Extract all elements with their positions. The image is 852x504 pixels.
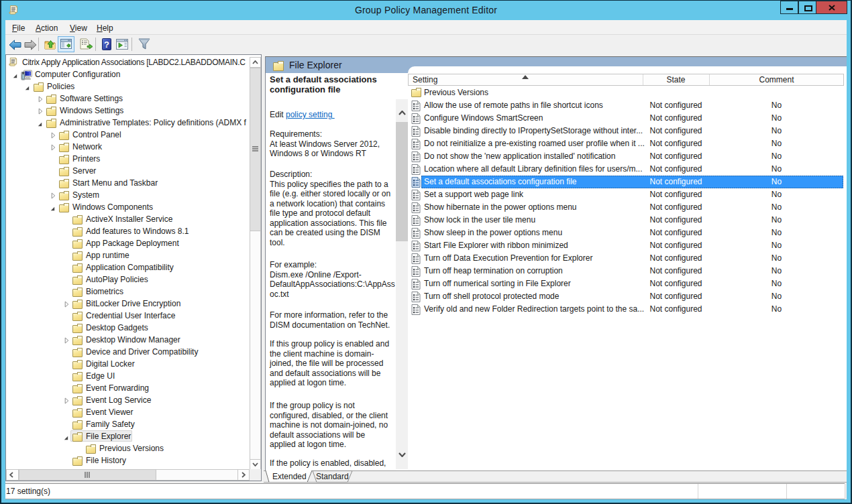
svg-text:?: ? — [104, 40, 109, 50]
